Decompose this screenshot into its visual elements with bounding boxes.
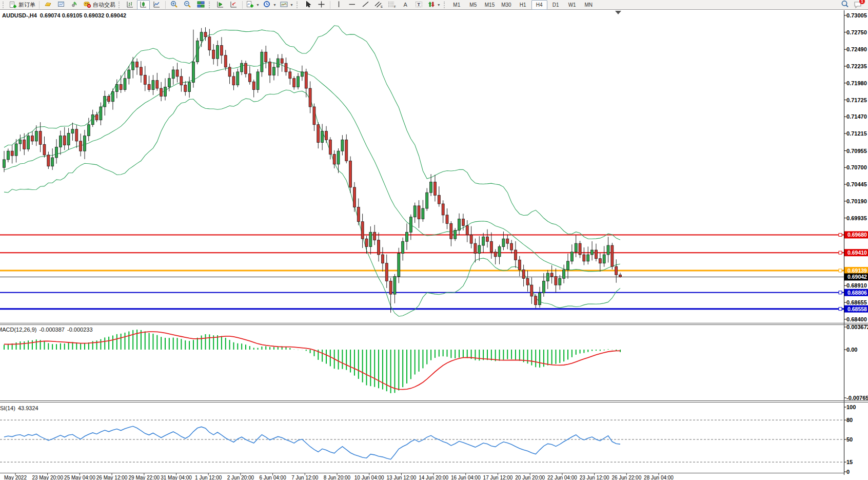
- zoom-out-icon: [184, 1, 191, 9]
- new-chart-button[interactable]: [55, 0, 68, 10]
- equidistant-channel-button[interactable]: E: [372, 0, 385, 10]
- toolbar-grip[interactable]: [297, 2, 299, 8]
- toolbar-grip[interactable]: [444, 2, 446, 8]
- time-label: 20 Jun 20:00: [515, 475, 545, 480]
- price-tick-label: 0.70700: [846, 164, 867, 170]
- vertical-line-button[interactable]: [332, 0, 345, 10]
- timeframe-h4-button[interactable]: H4: [531, 0, 547, 10]
- indicators-button[interactable]: ▼: [245, 0, 261, 10]
- dropdown-arrow-icon: ▼: [256, 3, 260, 7]
- svg-text:E: E: [381, 5, 383, 8]
- signal-icon: [71, 1, 78, 9]
- hline-anchor[interactable]: [839, 233, 842, 236]
- line-chart-type-button[interactable]: [150, 0, 163, 10]
- toolbar-grip[interactable]: [209, 2, 211, 8]
- auto-scroll-icon: [216, 1, 224, 9]
- bollinger-upper: [4, 26, 620, 240]
- auto-trading-button[interactable]: 自动交易: [82, 0, 117, 10]
- text-button[interactable]: A: [399, 0, 412, 10]
- bar-chart-type-button[interactable]: [124, 0, 136, 10]
- notifications-button[interactable]: 1: [852, 0, 864, 10]
- timeframe-d1-button[interactable]: D1: [548, 0, 564, 10]
- macd-name: MACD(12,26,9): [0, 327, 36, 333]
- rsi-axis-label: 100: [846, 404, 856, 410]
- time-label: 10 Jun 04:00: [354, 475, 384, 480]
- fibonacci-icon: F: [388, 1, 396, 9]
- price-scale[interactable]: 0.730050.727500.724900.722350.719800.717…: [844, 12, 868, 322]
- chart-symbol-period: AUDUSD-,H4: [2, 12, 37, 18]
- channel-icon: E: [374, 1, 383, 9]
- dropdown-arrow-icon: ▼: [437, 3, 441, 7]
- signals-button[interactable]: [68, 0, 81, 10]
- separator: [242, 1, 243, 9]
- arrows-button[interactable]: ▼: [426, 0, 442, 10]
- hline-price-tag-label: 0.69680: [847, 232, 867, 238]
- bar-chart-icon: [126, 1, 134, 9]
- time-label: 8 Jun 20:00: [324, 475, 351, 480]
- horizontal-line-button[interactable]: [346, 0, 359, 10]
- chart-canvas[interactable]: 0.730050.727500.724900.722350.719800.717…: [0, 0, 868, 480]
- rsi-scale[interactable]: 1008050150: [844, 404, 856, 475]
- template-icon: [280, 1, 288, 9]
- price-tick-label: 0.72750: [846, 29, 867, 35]
- crosshair-button[interactable]: [315, 0, 328, 10]
- hline-anchor[interactable]: [839, 308, 842, 311]
- tile-windows-button[interactable]: [194, 0, 207, 10]
- toolbar-grip[interactable]: [3, 2, 5, 8]
- chart-shift-button[interactable]: [227, 0, 240, 10]
- timeframe-m30-button[interactable]: M30: [498, 0, 514, 10]
- chart-window-icon: [57, 1, 65, 9]
- rsi-axis-label: 0: [846, 469, 850, 475]
- zoom-out-button[interactable]: [181, 0, 194, 10]
- rsi-indicator-label: RSI(14)43.9324: [0, 405, 41, 411]
- hline-anchor[interactable]: [839, 269, 842, 272]
- templates-button[interactable]: ▼: [279, 0, 295, 10]
- timeframe-m5-button[interactable]: M5: [465, 0, 481, 10]
- search-button[interactable]: [838, 0, 851, 10]
- gold-icon: [44, 1, 52, 9]
- price-tick-label: 0.72490: [846, 46, 867, 52]
- new-order-button[interactable]: 新订单: [8, 0, 37, 10]
- chart-shift-marker-icon[interactable]: [615, 11, 621, 14]
- hline-anchor[interactable]: [839, 291, 842, 294]
- time-label: 13 Jun 12:00: [386, 475, 416, 480]
- candlestick-type-button[interactable]: [137, 0, 150, 10]
- dropdown-arrow-icon: ▼: [273, 3, 277, 7]
- macd-value: -0.000387: [39, 327, 65, 333]
- separator: [39, 1, 40, 9]
- hline-price-tag-label: 0.69410: [847, 249, 867, 256]
- svg-text:F: F: [394, 5, 396, 8]
- macd-scale[interactable]: 0.0036720.00-0.007656: [844, 324, 868, 401]
- toolbar-grip[interactable]: [119, 2, 121, 8]
- price-tick-label: 0.70445: [846, 181, 867, 187]
- cursor-button[interactable]: [302, 0, 314, 10]
- fibonacci-button[interactable]: F: [386, 0, 399, 10]
- time-axis[interactable]: May 202223 May 20:0025 May 04:0026 May 1…: [4, 473, 674, 480]
- time-label: 6 Jun 04:00: [259, 475, 286, 480]
- market-watch-button[interactable]: [42, 0, 54, 10]
- hline-anchor[interactable]: [839, 251, 842, 254]
- periods-button[interactable]: ▼: [262, 0, 278, 10]
- timeframe-h1-button[interactable]: H1: [515, 0, 531, 10]
- auto-scroll-button[interactable]: [214, 0, 227, 10]
- time-label: 17 Jun 12:00: [483, 475, 513, 480]
- rsi-line: [4, 426, 620, 459]
- price-tick-label: 0.72235: [846, 63, 867, 69]
- chart-ohlc-values: 0.69074 0.69105 0.69032 0.69042: [40, 12, 126, 18]
- timeframe-m15-button[interactable]: M15: [482, 0, 498, 10]
- time-label: 29 May 22:00: [128, 475, 160, 480]
- timeframe-w1-button[interactable]: W1: [564, 0, 580, 10]
- trendline-button[interactable]: [359, 0, 372, 10]
- timeframe-mn-button[interactable]: MN: [581, 0, 597, 10]
- timeframe-m1-button[interactable]: M1: [449, 0, 465, 10]
- horizontal-line-icon: [348, 1, 356, 9]
- price-tick-label: 0.68655: [846, 299, 867, 305]
- panel-frame: [0, 10, 868, 475]
- trendline-icon: [362, 1, 369, 9]
- bollinger-middle: [4, 63, 620, 272]
- price-tick-label: 0.71980: [846, 80, 867, 86]
- text-label-button[interactable]: T: [412, 0, 425, 10]
- zoom-in-button[interactable]: [168, 0, 181, 10]
- hline-price-tag-label: 0.69139: [847, 267, 867, 274]
- time-label: 28 Jun 04:00: [644, 475, 674, 480]
